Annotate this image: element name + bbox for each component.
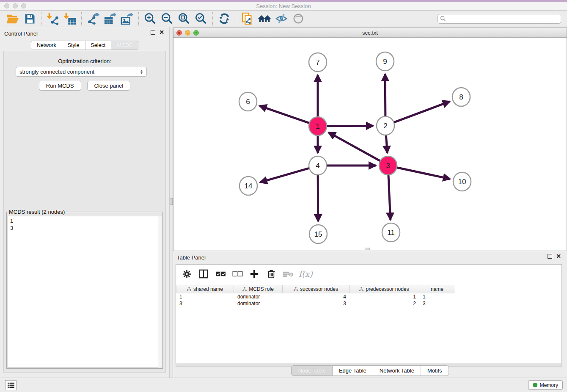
show-all-icon[interactable]: [290, 11, 307, 26]
float-table-panel-icon[interactable]: [548, 254, 552, 259]
criterion-select-value: strongly connected component: [19, 69, 94, 75]
edge-3-11[interactable]: [388, 174, 391, 220]
toolbar-separator: [212, 12, 213, 25]
edge-3-10[interactable]: [396, 167, 450, 179]
zoom-in-icon[interactable]: [142, 11, 159, 26]
cell-shared-name[interactable]: 1: [176, 293, 234, 300]
tab-network[interactable]: Network: [31, 41, 62, 50]
task-history-button[interactable]: [5, 380, 17, 390]
column-header-predecessor-nodes[interactable]: predecessor nodes: [350, 285, 419, 293]
mcds-panel-body: Optimization criterion: strongly connect…: [3, 51, 166, 373]
search-input[interactable]: [438, 14, 561, 24]
splitter-grip[interactable]: [170, 198, 173, 205]
tab-mcds[interactable]: MCDS: [111, 41, 138, 50]
mcds-result-list[interactable]: 1 3: [8, 216, 162, 367]
copy-network-icon[interactable]: [239, 11, 256, 26]
main-toolbar: [0, 11, 567, 27]
column-header-shared-name[interactable]: shared name: [176, 285, 234, 293]
save-session-icon[interactable]: [21, 11, 38, 26]
close-panel-button[interactable]: Close panel: [87, 81, 131, 91]
run-mcds-button[interactable]: Run MCDS: [39, 81, 81, 91]
memory-button[interactable]: Memory: [528, 380, 563, 390]
mcds-result-scrollbar[interactable]: [158, 216, 162, 367]
cell-MCDS-role[interactable]: dominator: [234, 293, 283, 300]
edge-1-6[interactable]: [259, 106, 310, 123]
app-titlebar: Session: New Session: [0, 0, 567, 11]
tab-select[interactable]: Select: [85, 41, 112, 50]
cell-successor-nodes[interactable]: 3: [283, 300, 350, 307]
edge-2-3[interactable]: [386, 134, 387, 153]
zoom-selected-icon[interactable]: [193, 11, 209, 26]
edge-2-8[interactable]: [393, 102, 450, 123]
cell-MCDS-role[interactable]: dominator: [234, 300, 283, 307]
refresh-icon[interactable]: [216, 11, 233, 26]
mcds-result-legend: MCDS result (2 nodes): [8, 209, 66, 215]
cell-predecessor-nodes[interactable]: 2: [350, 300, 419, 307]
node-label-3: 3: [386, 162, 390, 170]
search-box: [438, 14, 561, 24]
cell-name[interactable]: 3: [419, 300, 455, 307]
edge-3-1[interactable]: [328, 133, 381, 162]
table-options-icon[interactable]: [180, 268, 193, 280]
node-label-7: 7: [316, 58, 319, 66]
show-column-panel-icon[interactable]: [197, 268, 210, 280]
export-table-icon[interactable]: [102, 11, 118, 26]
tab-network-table[interactable]: Network Table: [373, 365, 421, 376]
hide-selected-icon[interactable]: [273, 11, 290, 26]
vertical-splitter[interactable]: [169, 27, 173, 378]
column-header-MCDS-role[interactable]: MCDS role: [234, 285, 283, 293]
cell-predecessor-nodes[interactable]: 1: [350, 293, 419, 300]
node-label-8: 8: [459, 93, 463, 101]
table-row[interactable]: 3dominator323: [176, 300, 561, 307]
import-table-icon[interactable]: [61, 11, 78, 26]
first-neighbors-icon[interactable]: [256, 11, 273, 26]
cell-successor-nodes[interactable]: 4: [283, 293, 350, 300]
tab-edge-table[interactable]: Edge Table: [333, 365, 373, 376]
column-header-successor-nodes[interactable]: successor nodes: [283, 285, 350, 293]
add-column-icon[interactable]: [248, 268, 261, 280]
table-panel: Table Panel ✕: [173, 251, 567, 378]
edge-4-14[interactable]: [260, 168, 310, 182]
node-label-4: 4: [316, 162, 319, 170]
network-canvas[interactable]: 7968124314101511: [173, 38, 567, 251]
zoom-fit-icon[interactable]: [176, 11, 193, 26]
column-tree-icon: [359, 287, 363, 291]
status-bar: Memory: [0, 378, 567, 392]
delete-column-icon[interactable]: [265, 268, 278, 280]
deselect-all-icon[interactable]: [231, 268, 244, 280]
select-all-icon[interactable]: [214, 268, 227, 280]
tab-node-table[interactable]: Node Table: [291, 365, 333, 376]
column-tree-icon: [242, 287, 247, 291]
cell-shared-name[interactable]: 3: [176, 300, 234, 307]
edge-4-15[interactable]: [318, 174, 318, 221]
table-rows: 1dominator4113dominator323: [176, 293, 561, 307]
close-panel-icon[interactable]: ✕: [159, 30, 164, 35]
node-label-14: 14: [245, 182, 253, 190]
float-panel-icon[interactable]: [151, 30, 155, 35]
zoom-out-icon[interactable]: [159, 11, 176, 26]
export-network-icon[interactable]: [85, 11, 102, 26]
node-label-2: 2: [383, 122, 387, 130]
export-image-icon[interactable]: [118, 11, 135, 26]
app-title: Session: New Session: [0, 3, 567, 9]
tab-motifs[interactable]: Motifs: [421, 365, 449, 376]
network-window-titlebar[interactable]: × – + scc.txt: [173, 28, 567, 38]
node-label-11: 11: [387, 229, 395, 237]
tab-style[interactable]: Style: [62, 41, 85, 50]
import-network-icon[interactable]: [44, 11, 61, 26]
column-header-name[interactable]: name: [419, 285, 455, 293]
network-window-title: scc.txt: [173, 30, 567, 36]
edge-2-9[interactable]: [385, 74, 385, 117]
delete-table-icon[interactable]: [282, 268, 295, 280]
close-table-panel-icon[interactable]: ✕: [556, 254, 561, 259]
apply-function-icon[interactable]: f(x): [299, 269, 313, 279]
cell-name[interactable]: 1: [419, 293, 455, 300]
table-row[interactable]: 1dominator411: [176, 293, 561, 300]
edge-1-2[interactable]: [326, 126, 373, 126]
toolbar-separator: [41, 12, 41, 25]
open-session-icon[interactable]: [4, 11, 21, 26]
horizontal-splitter-grip[interactable]: [365, 248, 370, 250]
node-label-10: 10: [458, 178, 466, 186]
criterion-select[interactable]: strongly connected component ▲▼: [16, 67, 147, 77]
table-panel-title: Table Panel: [177, 254, 206, 261]
